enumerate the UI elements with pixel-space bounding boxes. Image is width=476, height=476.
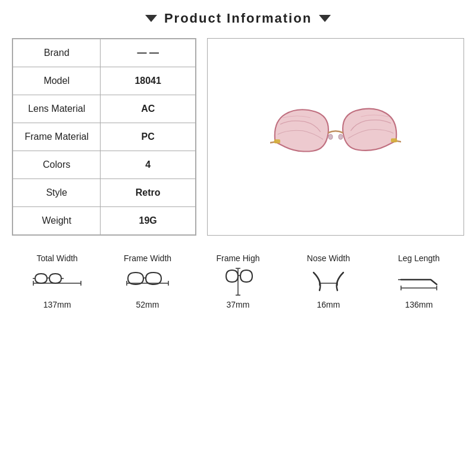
table-row: Lens MaterialAC (13, 95, 196, 123)
dim-leg-length: Leg Length 136mm (374, 253, 464, 309)
table-cell-value: 18041 (101, 67, 196, 95)
svg-rect-0 (274, 139, 280, 143)
table-cell-label: Frame Material (13, 123, 101, 151)
table-row: Frame MaterialPC (13, 123, 196, 151)
table-row: Model18041 (13, 67, 196, 95)
product-info-table-wrapper: Brand— —Model18041Lens MaterialACFrame M… (12, 38, 196, 236)
table-cell-value: Retro (101, 179, 196, 207)
svg-rect-1 (391, 139, 397, 143)
table-cell-value: AC (101, 95, 196, 123)
table-cell-value: 19G (101, 207, 196, 235)
table-cell-label: Style (13, 179, 101, 207)
table-cell-label: Lens Material (13, 95, 101, 123)
dim-frame-high: Frame High 37mm (193, 253, 283, 309)
dim-frame-width: Frame Width 52mm (102, 253, 193, 309)
frame-high-icon (211, 267, 265, 296)
dim-total-width: Total Width 137mm (12, 253, 102, 309)
total-width-icon (30, 267, 84, 296)
leg-length-icon (392, 267, 446, 296)
table-cell-value: 4 (101, 151, 196, 179)
table-cell-value: PC (101, 123, 196, 151)
table-row: StyleRetro (13, 179, 196, 207)
table-cell-value: — — (101, 39, 196, 67)
svg-point-3 (339, 134, 343, 139)
triangle-left-icon (145, 15, 157, 22)
dim-frame-width-value: 52mm (136, 300, 159, 309)
product-info-table: Brand— —Model18041Lens MaterialACFrame M… (12, 39, 196, 235)
table-row: Brand— — (13, 39, 196, 67)
dim-nose-width-value: 16mm (317, 300, 340, 309)
page-wrapper: Product Information Brand— —Model18041Le… (0, 0, 476, 476)
table-cell-label: Model (13, 67, 101, 95)
dim-frame-width-label: Frame Width (124, 253, 171, 263)
page-title: Product Information (164, 11, 312, 26)
table-cell-label: Brand (13, 39, 101, 67)
dim-total-width-label: Total Width (36, 253, 77, 263)
table-cell-label: Colors (13, 151, 101, 179)
table-row: Weight19G (13, 207, 196, 235)
product-image (270, 83, 401, 190)
dim-nose-width-label: Nose Width (307, 253, 350, 263)
dim-frame-high-value: 37mm (227, 300, 250, 309)
table-row: Colors4 (13, 151, 196, 179)
dim-nose-width: Nose Width 16mm (283, 253, 374, 309)
table-cell-label: Weight (13, 207, 101, 235)
nose-width-icon (302, 267, 355, 296)
dimensions-section: Total Width 137mm Frame Width (12, 253, 464, 309)
dim-leg-length-value: 136mm (405, 300, 433, 309)
product-image-box (207, 38, 464, 236)
header: Product Information (0, 0, 476, 32)
dim-frame-high-label: Frame High (216, 253, 259, 263)
dim-leg-length-label: Leg Length (398, 253, 440, 263)
frame-width-icon (121, 267, 174, 296)
svg-point-2 (328, 134, 333, 139)
triangle-right-icon (319, 15, 331, 22)
dim-total-width-value: 137mm (43, 300, 71, 309)
main-content: Brand— —Model18041Lens MaterialACFrame M… (12, 38, 464, 236)
